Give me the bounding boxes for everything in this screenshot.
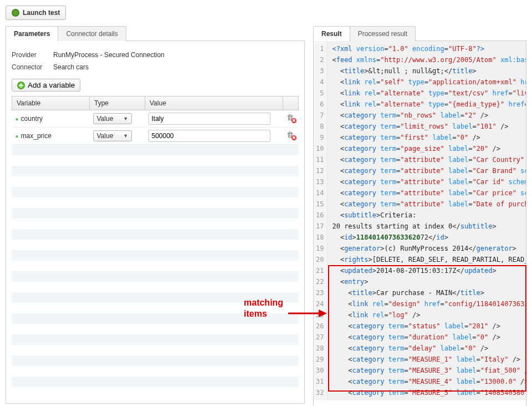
type-value: Value — [97, 132, 114, 140]
tab-connector-details[interactable]: Connector details — [58, 26, 126, 41]
stripe — [12, 356, 299, 366]
launch-test-label: Launch test — [23, 9, 60, 17]
stripe — [12, 197, 299, 208]
right-panel: Result Processed result 1 2 3 4 5 6 7 8 … — [313, 26, 526, 406]
table-row: ●countryValue▼ — [12, 110, 299, 128]
value-input[interactable] — [149, 113, 270, 125]
left-tabs: Parameters Connector details — [6, 26, 305, 41]
stripe — [12, 145, 299, 155]
result-code-wrap: 1 2 3 4 5 6 7 8 9 10 11 12 13 14 15 16 1… — [313, 41, 526, 406]
parameters-panel: Provider RunMyProcess - Secured Connecti… — [6, 41, 305, 404]
stripe — [12, 334, 299, 345]
stripe — [12, 345, 299, 356]
var-name: country — [21, 115, 43, 123]
col-variable: Variable — [12, 97, 90, 110]
tab-result[interactable]: Result — [313, 26, 350, 41]
right-tabs: Result Processed result — [313, 26, 526, 41]
type-select[interactable]: Value▼ — [93, 113, 132, 124]
stripe — [12, 166, 299, 176]
chevron-down-icon: ▼ — [123, 133, 128, 139]
stripe — [12, 208, 299, 219]
launch-test-button[interactable]: Launch test — [6, 6, 66, 20]
stripe — [12, 324, 299, 334]
col-value: Value — [145, 97, 283, 110]
stripe — [12, 261, 299, 271]
type-select[interactable]: Value▼ — [93, 130, 132, 141]
value-input[interactable] — [149, 130, 270, 142]
tab-parameters[interactable]: Parameters — [6, 26, 58, 41]
left-panel: Parameters Connector details Provider Ru… — [6, 26, 305, 404]
tab-processed-result[interactable]: Processed result — [350, 26, 416, 41]
stripe — [12, 229, 299, 240]
bullet-icon: ● — [16, 116, 19, 122]
var-name: max_price — [21, 132, 52, 140]
stripe — [12, 366, 299, 377]
col-actions — [283, 97, 299, 110]
empty-stripes — [12, 145, 299, 398]
type-value: Value — [97, 115, 114, 123]
col-type: Type — [90, 97, 145, 110]
stripe — [12, 240, 299, 250]
stripe — [12, 176, 299, 187]
stripe — [12, 292, 299, 303]
variables-table: Variable Type Value ●countryValue▼●max_p… — [12, 96, 299, 145]
add-variable-button[interactable]: Add a variable — [12, 79, 80, 92]
stripe — [12, 219, 299, 229]
delete-icon[interactable] — [287, 131, 295, 140]
stripe — [12, 387, 299, 398]
plus-icon — [17, 82, 25, 89]
provider-value: RunMyProcess - Secured Connection — [53, 51, 165, 59]
result-code[interactable]: <?xml version="1.0" encoding="UTF-8"?> <… — [328, 41, 526, 400]
provider-label: Provider — [12, 51, 48, 59]
table-row: ●max_priceValue▼ — [12, 128, 299, 145]
bug-icon — [12, 9, 19, 17]
add-variable-label: Add a variable — [28, 81, 75, 89]
delete-icon[interactable] — [287, 114, 295, 123]
stripe — [12, 187, 299, 197]
bullet-icon: ● — [16, 133, 19, 139]
stripe — [12, 377, 299, 387]
stripe — [12, 303, 299, 313]
stripe — [12, 155, 299, 166]
stripe — [12, 313, 299, 324]
stripe — [12, 250, 299, 261]
stripe — [12, 282, 299, 292]
chevron-down-icon: ▼ — [123, 116, 128, 121]
connector-value: Search cars — [53, 63, 89, 71]
stripe — [12, 271, 299, 282]
line-gutter: 1 2 3 4 5 6 7 8 9 10 11 12 13 14 15 16 1… — [314, 41, 328, 400]
connector-label: Connector — [12, 63, 48, 71]
